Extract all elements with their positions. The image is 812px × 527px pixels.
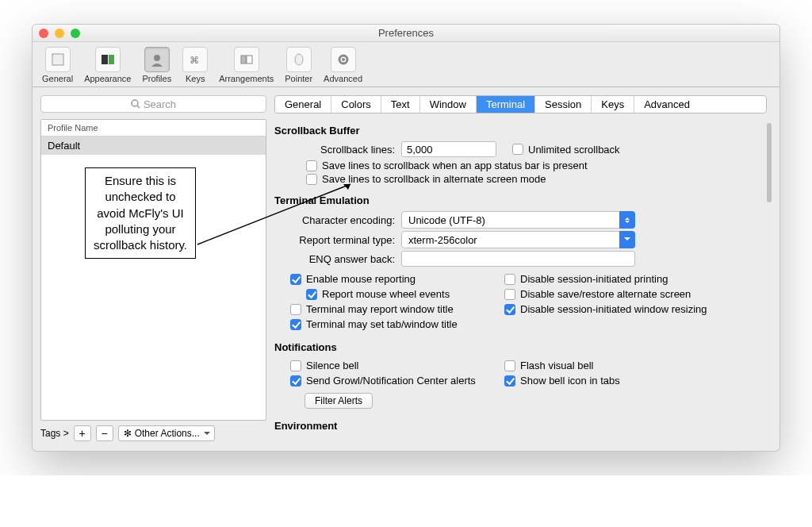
silence-bell-checkbox[interactable]: Silence bell [290, 360, 488, 371]
svg-rect-0 [52, 54, 63, 65]
tab-colors[interactable]: Colors [331, 96, 381, 113]
svg-point-9 [342, 58, 345, 61]
svg-text:⌘: ⌘ [190, 55, 199, 66]
remove-profile-button[interactable]: − [96, 425, 113, 441]
main-content: General Colors Text Window Terminal Sess… [274, 95, 772, 441]
notifications-section-title: Notifications [274, 341, 765, 353]
toolbar-arrangements[interactable]: Arrangements [214, 45, 278, 85]
toolbar-pointer[interactable]: Pointer [280, 45, 317, 85]
environment-section-title: Environment [274, 420, 765, 432]
report-type-select[interactable] [401, 231, 635, 248]
tab-keys[interactable]: Keys [592, 96, 634, 113]
save-statusbar-checkbox[interactable]: Save lines to scrollback when an app sta… [306, 160, 765, 171]
sidebar-bottom-bar: Tags > + − ✻Other Actions... [40, 425, 266, 441]
svg-point-7 [295, 54, 303, 65]
report-type-label: Report terminal type: [274, 234, 401, 246]
preferences-window: Preferences General Appearance Profiles … [32, 24, 780, 452]
toolbar-general[interactable]: General [37, 45, 78, 85]
scrollback-lines-field[interactable] [401, 141, 496, 157]
svg-rect-6 [247, 56, 252, 63]
svg-rect-2 [109, 55, 114, 64]
flash-bell-checkbox[interactable]: Flash visual bell [504, 360, 703, 371]
set-window-title-checkbox[interactable]: Terminal may set tab/window title [290, 318, 488, 330]
scrollbar[interactable] [767, 123, 772, 432]
emulation-section-title: Terminal Emulation [274, 194, 765, 206]
toolbar-profiles[interactable]: Profiles [137, 45, 176, 85]
unlimited-scrollback-checkbox[interactable]: Unlimited scrollback [512, 144, 620, 156]
scrollback-section-title: Scrollback Buffer [274, 125, 765, 137]
toolbar: General Appearance Profiles ⌘Keys Arrang… [33, 42, 779, 87]
svg-rect-1 [102, 55, 108, 64]
disable-resize-checkbox[interactable]: Disable session-initiated window resizin… [504, 303, 707, 315]
pointer-icon [286, 47, 312, 72]
keys-icon: ⌘ [182, 47, 208, 72]
encoding-select[interactable] [401, 211, 635, 229]
profile-list: Profile Name Default Ensure this is unch… [40, 119, 266, 421]
enq-field[interactable] [401, 251, 635, 267]
toolbar-appearance[interactable]: Appearance [79, 45, 136, 85]
titlebar: Preferences [33, 25, 779, 42]
search-input[interactable]: Search [40, 95, 266, 113]
toolbar-advanced[interactable]: Advanced [319, 45, 367, 85]
enq-label: ENQ answer back: [274, 253, 401, 265]
svg-line-11 [137, 106, 140, 108]
profile-header: Profile Name [41, 120, 266, 137]
tab-session[interactable]: Session [535, 96, 592, 113]
tab-general[interactable]: General [275, 96, 331, 113]
mouse-reporting-checkbox[interactable]: Enable mouse reporting [290, 273, 488, 285]
show-bell-checkbox[interactable]: Show bell icon in tabs [504, 375, 703, 387]
disable-save-alt-checkbox[interactable]: Disable save/restore alternate screen [504, 288, 707, 300]
svg-point-10 [132, 100, 138, 106]
filter-alerts-button[interactable]: Filter Alerts [304, 393, 373, 409]
profiles-icon [144, 47, 170, 72]
scrollback-lines-label: Scrollback lines: [274, 144, 401, 156]
growl-checkbox[interactable]: Send Growl/Notification Center alerts [290, 375, 488, 387]
add-profile-button[interactable]: + [74, 425, 91, 441]
svg-rect-5 [241, 56, 246, 63]
appearance-icon [95, 47, 121, 72]
annotation-callout: Ensure this is unchecked to avoid McFly'… [85, 167, 196, 259]
mouse-wheel-checkbox[interactable]: Report mouse wheel events [306, 288, 488, 300]
profile-tabs: General Colors Text Window Terminal Sess… [274, 95, 767, 113]
tab-text[interactable]: Text [381, 96, 420, 113]
svg-point-3 [154, 55, 160, 61]
search-icon [131, 99, 140, 109]
window-title: Preferences [33, 27, 779, 39]
gear-icon [331, 47, 356, 72]
toolbar-keys[interactable]: ⌘Keys [178, 45, 213, 85]
settings-pane: Scrollback Buffer Scrollback lines: Unli… [274, 120, 772, 441]
tab-advanced[interactable]: Advanced [634, 96, 699, 113]
tab-window[interactable]: Window [420, 96, 477, 113]
tags-label[interactable]: Tags > [40, 428, 69, 439]
sidebar: Search Profile Name Default Ensure this … [40, 95, 266, 441]
tab-terminal[interactable]: Terminal [477, 96, 535, 113]
save-altscreen-checkbox[interactable]: Save lines to scrollback in alternate sc… [306, 173, 765, 185]
general-icon [45, 47, 71, 72]
arrangements-icon [234, 47, 259, 72]
disable-printing-checkbox[interactable]: Disable session-initiated printing [504, 273, 707, 285]
encoding-label: Character encoding: [274, 214, 401, 226]
profile-row-default[interactable]: Default [41, 137, 266, 155]
report-window-title-checkbox[interactable]: Terminal may report window title [290, 303, 488, 315]
other-actions-menu[interactable]: ✻Other Actions... [118, 425, 215, 441]
